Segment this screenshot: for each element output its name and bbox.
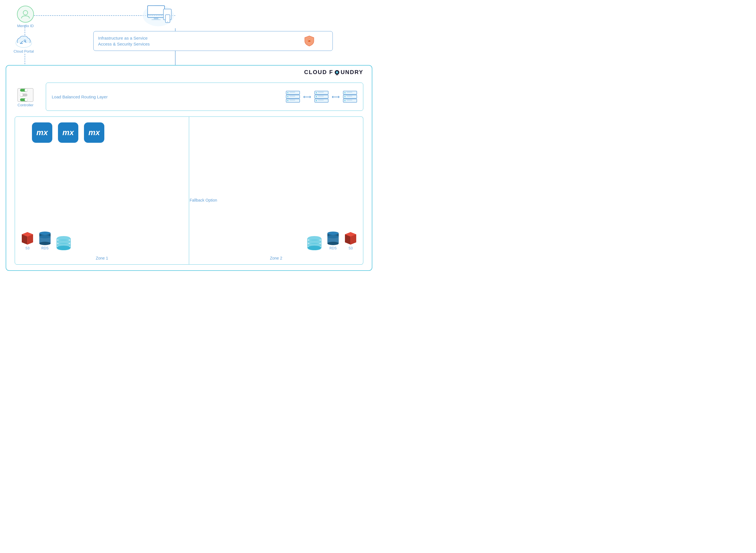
- s3-label-zone2: S3: [349, 246, 353, 250]
- svg-rect-45: [289, 100, 295, 100]
- svg-point-51: [316, 100, 317, 101]
- cloud-foundry-logo: CLOUD F UNDRY: [304, 69, 363, 76]
- cf-logo-icon: [334, 70, 340, 75]
- zone1-container: mx mx mx: [15, 116, 189, 265]
- server-icon-2: [314, 90, 329, 103]
- mx-app-2: mx: [58, 123, 78, 143]
- s3-service-zone1: S3: [21, 232, 34, 250]
- zone2-label: Zone 2: [270, 256, 282, 260]
- cloud-portal-group: Cloud Portal: [14, 34, 34, 54]
- svg-point-40: [287, 92, 288, 93]
- mendix-id-group: Mendix ID: [17, 6, 34, 28]
- db-cylinder-icon: [56, 234, 72, 250]
- svg-point-73: [39, 242, 51, 245]
- svg-rect-44: [289, 96, 295, 96]
- rds-icon: [39, 232, 51, 245]
- s3-icon: [21, 232, 34, 245]
- svg-point-31: [167, 21, 168, 22]
- svg-point-50: [316, 96, 317, 97]
- mendix-id-icon: [17, 6, 34, 23]
- cf-logo-text: CLOUD F: [304, 69, 333, 76]
- server-icon-1: [285, 90, 300, 103]
- s3-service-zone2: S3: [344, 232, 357, 250]
- svg-point-49: [316, 92, 317, 93]
- svg-rect-52: [318, 92, 324, 92]
- svg-point-59: [344, 96, 345, 97]
- rds-label-zone1: RDS: [41, 246, 48, 250]
- rds-service-zone2: RDS: [327, 232, 339, 250]
- lb-label: Load Balanced Routing Layer: [52, 94, 285, 99]
- svg-point-20: [23, 10, 28, 15]
- s3-label-zone1: S3: [25, 246, 30, 250]
- svg-rect-26: [154, 17, 158, 19]
- svg-point-79: [57, 246, 70, 250]
- svg-point-42: [287, 100, 288, 101]
- cloud-portal-icon: [15, 34, 33, 48]
- mx-app-1: mx: [32, 123, 52, 143]
- mendix-id-label: Mendix ID: [17, 24, 34, 28]
- svg-rect-25: [148, 6, 165, 15]
- svg-rect-61: [347, 92, 352, 92]
- s3-icon-2: [344, 232, 357, 245]
- cloud-foundry-container: CLOUD F UNDRY Control: [6, 65, 372, 271]
- svg-rect-43: [289, 92, 295, 92]
- svg-point-94: [327, 242, 339, 245]
- zone1-data-services: S3 RDS: [21, 232, 72, 250]
- svg-point-93: [327, 235, 339, 238]
- db-cylinder-zone1: [56, 234, 72, 250]
- lb-routing-box: Load Balanced Routing Layer: [46, 83, 363, 111]
- zones-container: mx mx mx: [15, 116, 363, 265]
- cloud-portal-label: Cloud Portal: [14, 49, 34, 54]
- shield-icon: [303, 35, 316, 47]
- svg-point-60: [344, 100, 345, 101]
- rds-service-zone1: RDS: [39, 232, 51, 250]
- cloud-icon: [15, 34, 33, 48]
- mx-icons-row: mx mx mx: [32, 123, 104, 143]
- zone1-label: Zone 1: [96, 256, 108, 260]
- svg-rect-54: [318, 100, 324, 100]
- svg-rect-27: [152, 19, 161, 20]
- db-cylinder-icon-2: [307, 234, 322, 250]
- zone2-container: RDS S3 Zone 2: [189, 116, 363, 265]
- iaas-box: Infrastructure as a Service Access & Sec…: [93, 31, 333, 51]
- devices-icon: [140, 3, 177, 28]
- controller-group: Controller: [17, 88, 33, 107]
- svg-rect-53: [318, 96, 324, 96]
- mx-icon-3: mx: [84, 123, 104, 143]
- svg-point-72: [39, 235, 51, 238]
- iaas-title: Infrastructure as a Service Access & Sec…: [98, 35, 299, 47]
- svg-rect-62: [347, 96, 352, 96]
- svg-point-87: [308, 246, 321, 250]
- rds-label-zone2: RDS: [329, 246, 336, 250]
- mx-app-3: mx: [84, 123, 104, 143]
- mx-icon-1: mx: [32, 123, 52, 143]
- controller-label: Controller: [17, 103, 33, 107]
- diagram-container: Mendix ID Cloud Portal: [0, 0, 378, 276]
- arrow-icon-2: ⟷: [332, 93, 340, 100]
- svg-point-41: [287, 96, 288, 97]
- server-group: ⟷ ⟷: [285, 90, 357, 103]
- controller-icon: [17, 88, 33, 102]
- server-icon-3: [343, 90, 357, 103]
- svg-point-92: [327, 232, 339, 235]
- cf-logo-text2: UNDRY: [341, 69, 363, 76]
- svg-point-34: [336, 71, 338, 74]
- zone2-data-services: RDS S3: [307, 232, 357, 250]
- svg-point-58: [344, 92, 345, 93]
- arrow-icon-1: ⟷: [303, 93, 311, 100]
- svg-rect-63: [347, 100, 352, 100]
- mx-icon-2: mx: [58, 123, 78, 143]
- person-icon: [20, 9, 30, 19]
- db-cylinder-zone2: [307, 234, 322, 250]
- rds-icon-2: [327, 232, 339, 245]
- svg-point-71: [39, 232, 51, 235]
